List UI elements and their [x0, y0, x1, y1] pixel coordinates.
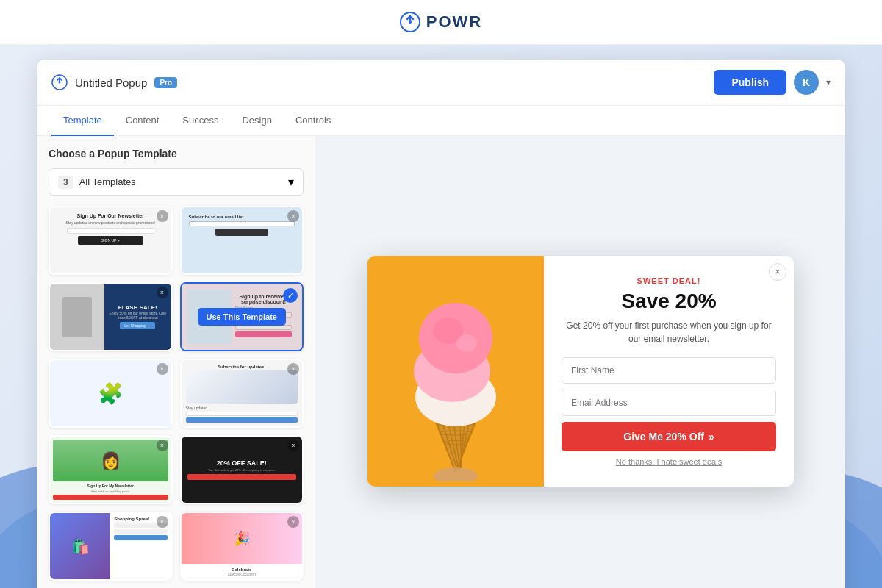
editor-container: Untitled Popup Pro Publish K ▾ Template …	[37, 60, 845, 588]
popup-tag: SWEET DEAL!	[637, 276, 701, 285]
template-close-icon-3[interactable]: ×	[157, 287, 168, 298]
template-card-flash-sale[interactable]: FLASH SALE! Enjoy 50% off our entire sto…	[49, 282, 173, 351]
top-bar: POWR	[0, 0, 882, 45]
email-input[interactable]	[562, 390, 776, 416]
template-card-newsletter[interactable]: Sign Up For Our Newsletter Stay updated …	[49, 206, 173, 275]
use-template-button[interactable]: Use This Template	[198, 308, 286, 326]
template-card-join-us[interactable]: 🧩 ×	[49, 359, 173, 428]
tab-controls[interactable]: Controls	[284, 106, 343, 136]
popup-headline: Save 20%	[621, 290, 716, 313]
filter-count: 3	[58, 176, 74, 189]
popup-cta-button[interactable]: Give Me 20% Off »	[562, 422, 776, 451]
publish-button[interactable]: Publish	[714, 70, 786, 95]
preview-area: × SWEET DEAL! Save 20% Get 20% off your …	[316, 136, 845, 588]
filter-label: All Templates	[79, 176, 136, 187]
first-name-input[interactable]	[562, 357, 776, 384]
template-card-sale[interactable]: 20% OFF SALE! Use this code to get 20% o…	[180, 435, 304, 504]
sidebar: Choose a Popup Template 3 All Templates …	[37, 136, 316, 588]
tab-template[interactable]: Template	[51, 106, 114, 136]
template-close-icon-6[interactable]: ×	[287, 363, 299, 375]
logo-area: POWR	[400, 12, 482, 32]
tab-success[interactable]: Success	[171, 106, 230, 136]
powr-logo-icon	[400, 12, 420, 32]
filter-chevron-icon: ▾	[288, 175, 294, 189]
popup-modal: × SWEET DEAL! Save 20% Get 20% off your …	[368, 256, 794, 487]
editor-header-left: Untitled Popup Pro	[51, 74, 177, 90]
template-card-updates[interactable]: Subscribe for updates! Stay updated... ×	[180, 359, 304, 428]
template-card-shopping[interactable]: 🛍️ Shopping Spree! ×	[49, 512, 173, 581]
svg-point-27	[456, 334, 477, 352]
ice-cream-illustration	[368, 256, 544, 487]
template-close-icon-9[interactable]: ×	[157, 516, 168, 528]
popup-content-side: × SWEET DEAL! Save 20% Get 20% off your …	[544, 256, 794, 487]
template-close-icon-5[interactable]: ×	[157, 363, 168, 375]
popup-close-button[interactable]: ×	[769, 263, 786, 281]
popup-cta-arrow: »	[709, 431, 714, 442]
selected-check-icon: ✓	[283, 288, 298, 303]
template-filter-dropdown[interactable]: 3 All Templates ▾	[49, 168, 304, 196]
template-close-icon-8[interactable]: ×	[287, 440, 299, 451]
sidebar-title: Choose a Popup Template	[49, 148, 304, 159]
svg-point-1	[409, 21, 412, 24]
template-close-icon-10[interactable]: ×	[287, 516, 299, 528]
template-close-icon-2[interactable]: ×	[287, 210, 299, 222]
template-close-icon-7[interactable]: ×	[157, 440, 168, 451]
user-menu-chevron[interactable]: ▾	[826, 77, 831, 87]
tab-design[interactable]: Design	[230, 106, 283, 136]
logo-text: POWR	[426, 12, 482, 32]
tab-content[interactable]: Content	[114, 106, 171, 136]
popup-cta-label: Give Me 20% Off	[623, 431, 704, 442]
template-card-surprise[interactable]: 🎁 Sign up to receive a surprise discount…	[180, 282, 304, 351]
ice-cream-svg	[368, 261, 544, 481]
editor-title: Untitled Popup	[75, 76, 147, 89]
popup-image-side	[368, 256, 544, 487]
editor-tabs: Template Content Success Design Controls	[37, 106, 845, 136]
template-grid: Sign Up For Our Newsletter Stay updated …	[49, 206, 304, 581]
pro-badge: Pro	[154, 77, 177, 88]
template-card-subscribe[interactable]: Subscribe to our email list ×	[180, 206, 304, 275]
template-close-icon[interactable]: ×	[157, 210, 168, 222]
editor-header: Untitled Popup Pro Publish K ▾	[37, 60, 845, 106]
template-card-celebrate[interactable]: 🎉 Celebrate Special Occasion ×	[180, 512, 304, 581]
editor-body: Choose a Popup Template 3 All Templates …	[37, 136, 845, 588]
popup-dismiss-link[interactable]: No thanks, I hate sweet deals	[616, 457, 722, 466]
editor-logo-small	[51, 74, 68, 90]
editor-header-right: Publish K ▾	[714, 70, 831, 95]
svg-point-7	[59, 82, 61, 84]
user-avatar[interactable]: K	[794, 70, 819, 95]
template-card-newsletter-2[interactable]: 👩 Sign Up For My Newsletter Stay fresh o…	[49, 435, 173, 504]
popup-subtext: Get 20% off your first purchase when you…	[562, 319, 776, 345]
